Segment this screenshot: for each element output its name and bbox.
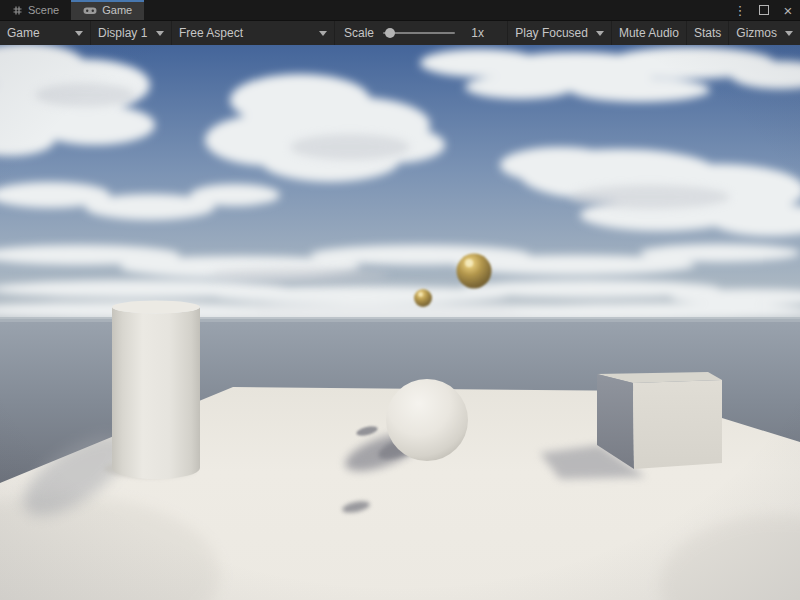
maximize-icon[interactable] <box>752 0 776 20</box>
chevron-down-icon <box>596 31 604 36</box>
scale-slider-knob[interactable] <box>385 28 395 38</box>
close-icon[interactable]: × <box>776 0 800 20</box>
vignette <box>0 45 800 600</box>
game-viewport[interactable] <box>0 45 800 600</box>
game-mode-dropdown[interactable]: Game <box>0 21 91 45</box>
mute-audio-button[interactable]: Mute Audio <box>611 21 686 45</box>
display-dropdown[interactable]: Display 1 <box>91 21 172 45</box>
play-focused-dropdown[interactable]: Play Focused <box>507 21 611 45</box>
maximize-glyph <box>759 5 769 15</box>
game-view-toolbar: Game Display 1 Free Aspect Scale 1x Play… <box>0 21 800 46</box>
mute-audio-label: Mute Audio <box>619 26 679 40</box>
scale-value: 1x <box>466 26 484 40</box>
gamepad-icon <box>83 5 97 16</box>
gizmos-dropdown[interactable]: Gizmos <box>728 21 800 45</box>
gizmos-label: Gizmos <box>736 26 777 40</box>
stats-label: Stats <box>694 26 721 40</box>
tabbar-spacer <box>144 0 728 20</box>
play-focused-label: Play Focused <box>515 26 588 40</box>
display-label: Display 1 <box>98 26 147 40</box>
tab-scene[interactable]: Scene <box>0 0 71 20</box>
chevron-down-icon <box>75 31 83 36</box>
tab-game[interactable]: Game <box>71 0 144 20</box>
aspect-ratio-dropdown[interactable]: Free Aspect <box>172 21 335 45</box>
chevron-down-icon <box>785 31 793 36</box>
game-mode-label: Game <box>7 26 40 40</box>
tab-label: Scene <box>28 4 59 16</box>
chevron-down-icon <box>156 31 164 36</box>
tab-label: Game <box>102 4 132 16</box>
scale-control: Scale 1x <box>335 21 493 45</box>
toolbar-spacer <box>493 21 507 45</box>
tab-bar: Scene Game ⋮ × <box>0 0 800 21</box>
scene-render <box>0 45 800 600</box>
chevron-down-icon <box>319 31 327 36</box>
toolbar-right-group: Play Focused Mute Audio Stats Gizmos <box>507 21 800 45</box>
scale-label: Scale <box>344 26 374 40</box>
kebab-menu-icon[interactable]: ⋮ <box>728 0 752 20</box>
aspect-label: Free Aspect <box>179 26 243 40</box>
scale-slider[interactable] <box>383 32 455 34</box>
stats-button[interactable]: Stats <box>686 21 728 45</box>
grid-icon <box>12 5 23 16</box>
